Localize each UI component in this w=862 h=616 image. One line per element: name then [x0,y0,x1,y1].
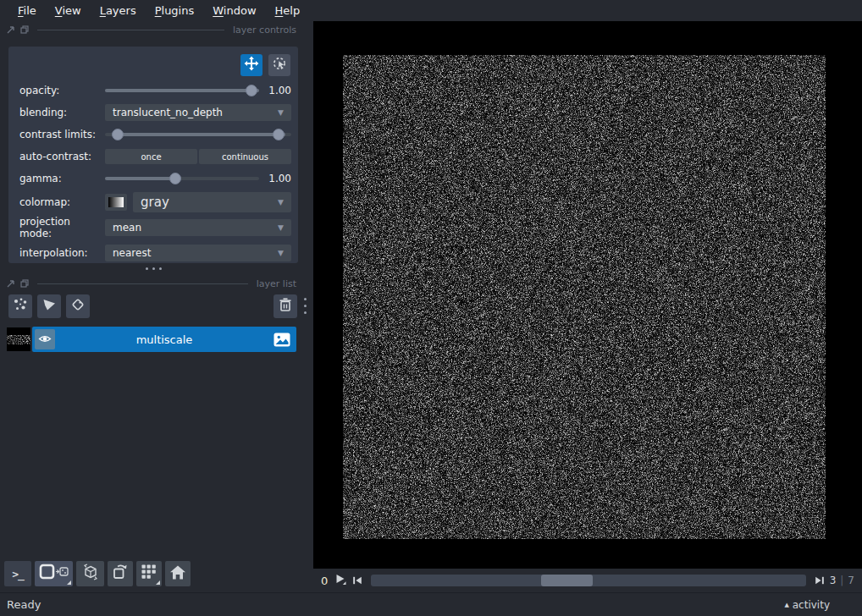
dims-slider-bar: 0 3 | 7 [313,569,862,592]
blending-dropdown[interactable]: translucent_no_depth ▼ [105,104,291,121]
ndisplay-toggle-button[interactable] [35,561,73,586]
opacity-slider-fill [105,89,259,92]
menu-layers[interactable]: Layers [91,3,146,19]
projection-mode-label: projection mode: [8,216,105,239]
grid-view-button[interactable] [136,561,162,586]
new-labels-layer-button[interactable] [66,294,90,318]
auto-contrast-once-button[interactable]: once [105,149,197,164]
grid-icon [141,564,157,583]
hide-panel-icon[interactable] [20,279,29,288]
delete-layer-button[interactable] [274,294,297,318]
status-message: Ready [7,598,41,611]
frame-separator: | [840,575,843,586]
auto-contrast-label: auto-contrast: [8,151,105,162]
float-panel-icon[interactable] [7,25,15,34]
chevron-down-icon: ▼ [278,108,284,117]
viewer-buttons: >_ [4,561,191,586]
colormap-preview[interactable] [105,194,127,211]
contrast-limits-high-handle[interactable] [273,129,285,140]
layer-thumbnail [7,327,30,351]
gamma-value: 1.00 [259,173,291,184]
transform-mode-button[interactable] [268,54,290,76]
gamma-slider-handle[interactable] [169,173,181,184]
gamma-slider-fill [105,177,176,180]
opacity-slider-handle[interactable] [246,85,257,96]
image-layer-render [343,55,826,539]
menu-file[interactable]: File [8,3,46,19]
colormap-row: colormap: gray ▼ [8,191,291,213]
trash-icon [278,296,293,316]
jump-to-end-button[interactable] [814,574,826,587]
titlebar-divider [37,283,248,284]
console-button[interactable]: >_ [4,561,31,586]
status-bar: Ready ▲ activity [0,592,862,616]
gamma-label: gamma: [8,173,105,184]
projection-mode-row: projection mode: mean ▼ [8,217,291,239]
contrast-limits-fill [113,133,286,136]
shapes-icon [41,296,58,316]
frame-slider-track[interactable] [371,575,805,586]
transpose-dimensions-button[interactable] [108,561,133,586]
layer-list-toolbar [8,294,90,318]
titlebar-divider [37,30,224,30]
dock-splitter-handle-vertical[interactable] [304,298,307,314]
hide-panel-icon[interactable] [20,25,29,34]
opacity-label: opacity: [8,85,105,96]
activity-toggle[interactable]: ▲ activity [784,599,830,611]
menu-view[interactable]: View [46,3,91,19]
contrast-limits-label: contrast limits: [8,129,105,140]
pan-zoom-mode-button[interactable] [240,54,262,76]
layer-controls-panel: opacity: 1.00 blending: translucent_no_d… [8,47,298,263]
layer-row[interactable]: multiscale [7,327,296,352]
gamma-slider[interactable] [105,172,259,185]
new-shapes-layer-button[interactable] [37,294,61,318]
caret-up-icon: ▲ [784,602,788,608]
blending-label: blending: [8,107,105,118]
current-frame: 3 [830,575,837,586]
dock-splitter-handle[interactable] [8,267,298,270]
opacity-slider[interactable] [105,84,259,97]
play-button[interactable] [334,574,347,587]
skip-end-icon [815,573,825,589]
viewer-canvas[interactable] [313,21,862,569]
float-panel-icon[interactable] [7,279,15,288]
contrast-limits-low-handle[interactable] [112,129,124,140]
new-points-layer-button[interactable] [8,294,32,318]
axis-label[interactable]: 0 [321,575,328,587]
chevron-down-icon: ▼ [278,198,284,206]
colormap-label: colormap: [8,196,105,208]
colormap-dropdown[interactable]: gray ▼ [133,192,291,212]
chevron-down-icon: ▼ [278,249,284,257]
pan-arrows-icon [244,56,259,74]
skip-start-icon [352,573,362,589]
contrast-limits-range-slider[interactable] [105,128,291,141]
image-layer-icon [274,333,290,347]
gamma-row: gamma: 1.00 [8,169,291,188]
interpolation-label: interpolation: [8,247,105,259]
chevron-down-icon: ▼ [278,223,284,232]
gray-gradient-swatch [108,197,124,207]
layer-visibility-button[interactable] [35,329,55,349]
projection-mode-dropdown[interactable]: mean ▼ [105,219,291,236]
menu-help[interactable]: Help [266,3,310,19]
contrast-limits-row: contrast limits: [8,125,291,144]
auto-contrast-continuous-button[interactable]: continuous [199,149,291,164]
blending-row: blending: translucent_no_depth ▼ [8,103,291,122]
auto-contrast-row: auto-contrast: once continuous [8,147,291,166]
transpose-icon [111,563,130,585]
layer-name: multiscale [55,333,274,346]
console-icon: >_ [12,568,24,580]
layer-item-multiscale[interactable]: multiscale [32,327,296,352]
menu-plugins[interactable]: Plugins [146,3,204,19]
jump-to-start-button[interactable] [351,574,363,587]
roll-dimensions-button[interactable] [76,561,104,586]
layer-mode-buttons [8,52,290,78]
frame-slider-handle[interactable] [541,575,594,586]
home-reset-view-button[interactable] [165,561,191,586]
opacity-value: 1.00 [259,85,291,96]
interpolation-dropdown[interactable]: nearest ▼ [105,245,291,261]
roll-cube-icon [81,563,100,585]
home-icon [169,564,186,584]
layer-list-title: layer list [257,278,298,289]
menu-window[interactable]: Window [203,3,265,19]
